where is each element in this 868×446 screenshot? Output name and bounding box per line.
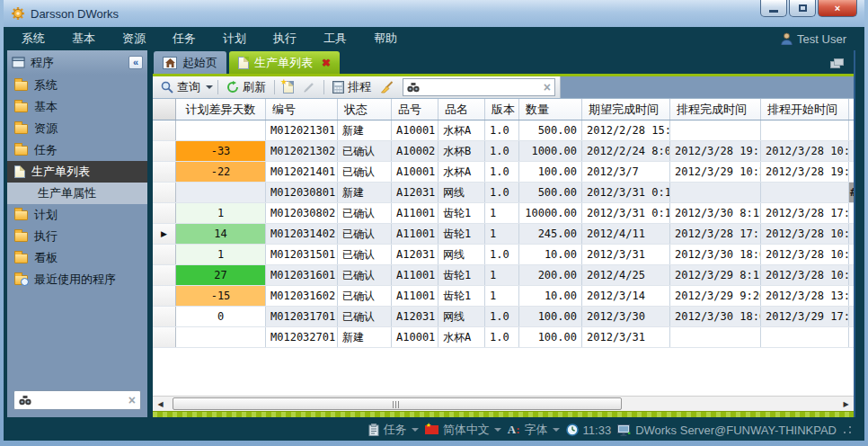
- cell-qty[interactable]: 500.00: [519, 183, 582, 202]
- sidebar-search-clear-icon[interactable]: ×: [128, 394, 136, 406]
- cell-due[interactable]: 2012/4/11: [582, 224, 670, 244]
- cell-status[interactable]: 已确认: [338, 245, 392, 264]
- row-header-cell[interactable]: [153, 327, 176, 347]
- cell-item_name[interactable]: 网线: [438, 245, 485, 264]
- cell-sched_start[interactable]: 2012/3/28 10:52: [761, 141, 849, 161]
- cell-version[interactable]: 1.0: [485, 245, 519, 264]
- cell-diff[interactable]: 1: [176, 245, 266, 264]
- cell-qty[interactable]: 245.00: [519, 224, 582, 244]
- cell-version[interactable]: 1.0: [485, 307, 519, 326]
- sidebar-item[interactable]: 计划: [7, 204, 147, 226]
- cell-due[interactable]: 2012/3/31: [582, 327, 670, 347]
- column-header-status[interactable]: 状态: [338, 99, 392, 120]
- cell-version[interactable]: 1.0: [485, 141, 519, 161]
- cell-status[interactable]: 已确认: [338, 286, 392, 306]
- menu-item[interactable]: 资源: [122, 31, 146, 47]
- cell-qty[interactable]: 100.00: [519, 307, 582, 326]
- cell-version[interactable]: 1: [485, 224, 519, 244]
- cell-qty[interactable]: 10000.00: [519, 203, 582, 223]
- cell-code[interactable]: M012031601: [266, 265, 338, 285]
- cell-item_name[interactable]: 网线: [438, 307, 485, 326]
- cell-item_no[interactable]: A12031: [392, 245, 438, 264]
- table-row[interactable]: -33M012021302已确认A10002水杯B1.01000.002012/…: [153, 141, 854, 162]
- cell-version[interactable]: 1: [485, 286, 519, 306]
- menu-item[interactable]: 执行: [273, 31, 297, 47]
- cell-status[interactable]: 新建: [338, 183, 392, 202]
- column-header-due[interactable]: 期望完成时间: [582, 99, 670, 120]
- cell-code[interactable]: M012032701: [266, 327, 338, 347]
- cell-clip[interactable]: [849, 203, 854, 223]
- cell-qty[interactable]: 10.00: [519, 245, 582, 264]
- cell-item_no[interactable]: A11001: [392, 224, 438, 244]
- cell-clip[interactable]: [849, 327, 854, 347]
- table-row[interactable]: 1M012030802已确认A11001齿轮1110000.002012/3/3…: [153, 203, 854, 224]
- sidebar-item[interactable]: 生产单列表: [7, 161, 147, 183]
- cell-code[interactable]: M012030802: [266, 203, 338, 223]
- cell-status[interactable]: 已确认: [338, 224, 392, 244]
- row-header-cell[interactable]: [153, 307, 176, 326]
- cell-item_name[interactable]: 水杯A: [438, 327, 485, 347]
- row-header-cell[interactable]: [153, 141, 176, 161]
- query-dropdown-icon[interactable]: [206, 85, 213, 93]
- cell-item_no[interactable]: A12031: [392, 183, 438, 202]
- cell-item_no[interactable]: A10001: [392, 327, 438, 347]
- cell-sched_start[interactable]: 2012/3/28 10:52: [761, 245, 849, 264]
- cell-item_no[interactable]: A10001: [392, 162, 438, 182]
- cell-sched_end[interactable]: 2012/3/30 18:00: [670, 245, 761, 264]
- column-header-clip[interactable]: 前: [849, 99, 854, 120]
- scroll-right-icon[interactable]: ▶: [838, 400, 854, 408]
- cell-diff[interactable]: -15: [176, 286, 266, 306]
- table-row[interactable]: 1M012031501已确认A12031网线1.010.002012/3/312…: [153, 245, 854, 265]
- cell-diff[interactable]: 27: [176, 265, 266, 285]
- cell-code[interactable]: M012031602: [266, 286, 338, 306]
- cell-qty[interactable]: 1000.00: [519, 141, 582, 161]
- menu-item[interactable]: 基本: [72, 31, 95, 47]
- cell-due[interactable]: 2012/3/31: [582, 245, 670, 264]
- toolbar-search-input[interactable]: [423, 81, 540, 94]
- cell-diff[interactable]: [176, 327, 266, 347]
- scroll-left-icon[interactable]: ◀: [153, 400, 168, 408]
- column-header-item_name[interactable]: 品名: [438, 99, 485, 120]
- horizontal-scrollbar[interactable]: ◀ ▶: [153, 396, 854, 411]
- cell-sched_end[interactable]: [670, 120, 761, 140]
- cell-qty[interactable]: 10.00: [519, 286, 582, 306]
- cell-sched_start[interactable]: [761, 327, 849, 347]
- cell-sched_start[interactable]: 2012/3/28 10:52: [761, 265, 849, 285]
- tab-home[interactable]: 起始页: [154, 51, 226, 74]
- row-header-cell[interactable]: [153, 183, 176, 202]
- cell-due[interactable]: 2012/3/31 0:17: [582, 203, 670, 223]
- cell-qty[interactable]: 500.00: [519, 120, 582, 140]
- cell-due[interactable]: 2012/3/7: [582, 162, 670, 182]
- cell-diff[interactable]: [176, 183, 266, 202]
- column-header-diff[interactable]: 计划差异天数: [176, 99, 266, 120]
- cell-sched_end[interactable]: 2012/3/29 9:20: [670, 286, 761, 306]
- table-row[interactable]: 0M012031701已确认A12031网线1.0100.002012/3/30…: [153, 307, 854, 327]
- sidebar-item[interactable]: 看板: [7, 247, 147, 269]
- cell-due[interactable]: 2012/3/31 0:10: [582, 183, 670, 202]
- cell-clip[interactable]: [849, 245, 854, 264]
- table-row[interactable]: -22M012021401已确认A10001水杯A1.0100.002012/3…: [153, 162, 854, 183]
- row-header-cell[interactable]: [153, 265, 176, 285]
- cell-version[interactable]: 1.0: [485, 183, 519, 202]
- table-row[interactable]: M012030801新建A12031网线1.0500.002012/3/31 0…: [153, 183, 854, 203]
- table-row[interactable]: 27M012031601已确认A11001齿轮11200.002012/4/25…: [153, 265, 854, 286]
- tab-production-order-list[interactable]: 生产单列表 ✖: [229, 51, 340, 74]
- cell-sched_end[interactable]: 2012/3/30 8:15: [670, 203, 761, 223]
- toolbar-search-clear-icon[interactable]: ×: [544, 81, 551, 94]
- cell-item_name[interactable]: 齿轮1: [438, 286, 485, 306]
- cell-sched_end[interactable]: 2012/3/29 10:20: [670, 162, 761, 182]
- schedule-button[interactable]: 排程: [329, 78, 375, 96]
- cell-clip[interactable]: [849, 286, 854, 306]
- column-header-sched_end[interactable]: 排程完成时间: [670, 99, 761, 120]
- cell-due[interactable]: 2012/4/25: [582, 265, 670, 285]
- cell-version[interactable]: 1.0: [485, 120, 519, 140]
- cell-status[interactable]: 已确认: [338, 162, 392, 182]
- cell-qty[interactable]: 200.00: [519, 265, 582, 285]
- sidebar-item[interactable]: 执行: [7, 226, 147, 247]
- window-list-icon[interactable]: [830, 58, 845, 69]
- cell-sched_end[interactable]: 2012/3/28 17:13: [670, 224, 761, 244]
- cell-item_name[interactable]: 水杯A: [438, 120, 485, 140]
- cell-clip[interactable]: [849, 120, 854, 140]
- cell-status[interactable]: 已确认: [338, 141, 392, 161]
- edit-button[interactable]: [299, 78, 319, 96]
